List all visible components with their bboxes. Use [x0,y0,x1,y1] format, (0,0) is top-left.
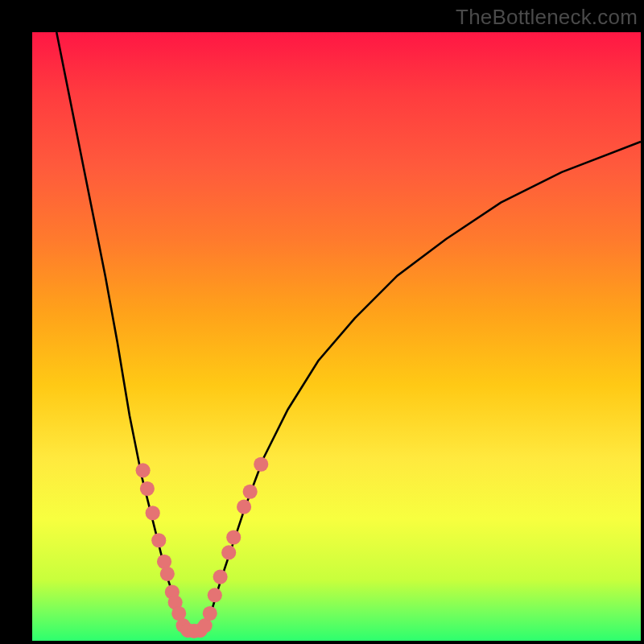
data-marker [151,533,166,547]
data-marker [157,555,171,569]
data-marker [160,567,175,581]
data-marker [237,500,251,514]
chart-svg [32,32,641,641]
data-marker [208,588,222,602]
data-marker [136,463,151,477]
series-right-branch [204,142,641,629]
series-group [56,32,641,632]
data-marker [146,506,160,520]
marker-group [136,457,269,638]
data-marker [203,606,217,621]
data-marker [213,570,228,584]
chart-frame: TheBottleneck.com [0,0,644,644]
data-marker [226,530,241,544]
data-marker [221,545,236,559]
data-marker [140,481,155,496]
data-marker [243,485,258,499]
data-marker [254,457,268,472]
watermark-text: TheBottleneck.com [456,5,638,30]
